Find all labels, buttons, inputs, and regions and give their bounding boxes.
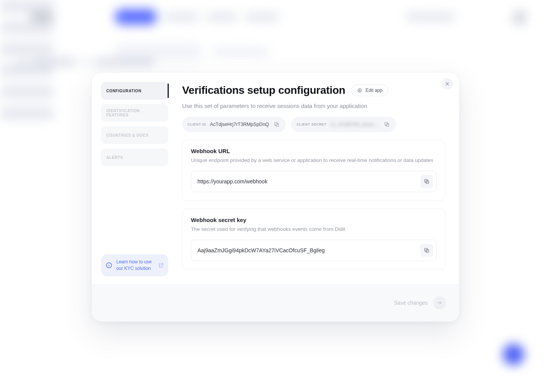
settings-ring-icon bbox=[357, 88, 362, 93]
copy-icon bbox=[424, 247, 430, 253]
page-subtitle: Use this set of parameters to receive se… bbox=[182, 103, 445, 109]
webhook-url-desc: Unique endpoint provided by a web servic… bbox=[191, 157, 437, 163]
copy-icon bbox=[424, 178, 430, 185]
copy-icon bbox=[384, 121, 390, 127]
sidebar-item-configuration[interactable]: CONFIGURATION bbox=[101, 82, 168, 100]
copy-icon bbox=[274, 121, 280, 127]
webhook-url-field[interactable]: https://yourapp.com/webhook bbox=[191, 171, 437, 192]
webhook-secret-field[interactable]: Aaj9aaZmJGgi94pkDcW7AYa27iVCacOfcuSF_Bgi… bbox=[191, 240, 437, 261]
edit-app-label: Edit app bbox=[365, 88, 382, 93]
close-button[interactable] bbox=[442, 78, 453, 90]
client-id-chip: CLIENT ID AcTdjseHrj7rT3RMpSpDnQ bbox=[182, 117, 286, 132]
copy-client-id-button[interactable] bbox=[273, 121, 280, 128]
edit-app-button[interactable]: Edit app bbox=[351, 85, 388, 96]
sidebar-item-label: CONFIGURATION bbox=[106, 89, 142, 93]
save-changes-button[interactable]: Save changes bbox=[394, 300, 428, 306]
close-icon bbox=[445, 81, 450, 87]
info-icon bbox=[106, 262, 112, 269]
modal-footer: Save changes bbox=[92, 284, 459, 322]
client-id-value: AcTdjseHrj7rT3RMpSpDnQ bbox=[210, 122, 269, 127]
external-link-icon bbox=[158, 263, 164, 268]
client-secret-label: CLIENT SECRET bbox=[297, 122, 327, 126]
svg-point-6 bbox=[359, 90, 360, 91]
client-id-label: CLIENT ID bbox=[187, 122, 206, 126]
learn-kyc-text: Learn how to use our KYC solution bbox=[116, 259, 155, 272]
copy-webhook-secret-button[interactable] bbox=[420, 244, 433, 257]
sidebar-item-label: ALERTS bbox=[106, 155, 123, 160]
client-secret-value: s1_trK3l87iW_wcysc… bbox=[331, 122, 380, 127]
svg-point-2 bbox=[109, 264, 109, 265]
webhook-url-title: Webhook URL bbox=[191, 148, 437, 154]
sidebar-item-label: IDENTIFICATION FEATURES bbox=[106, 109, 163, 117]
sidebar-item-alerts[interactable]: ALERTS bbox=[101, 149, 168, 166]
sidebar-item-label: COUNTRIES & DOCS bbox=[106, 133, 148, 137]
client-secret-chip: CLIENT SECRET s1_trK3l87iW_wcysc… bbox=[291, 117, 396, 132]
webhook-secret-title: Webhook secret key bbox=[191, 217, 437, 223]
webhook-url-panel: Webhook URL Unique endpoint provided by … bbox=[182, 140, 445, 201]
arrow-right-icon bbox=[437, 300, 442, 305]
webhook-url-value: https://yourapp.com/webhook bbox=[197, 178, 416, 185]
webhook-secret-panel: Webhook secret key The secret used for v… bbox=[182, 209, 445, 270]
webhook-secret-value: Aaj9aaZmJGgi94pkDcW7AYa27iVCacOfcuSF_Bgi… bbox=[197, 247, 416, 253]
save-arrow-button[interactable] bbox=[433, 296, 446, 309]
webhook-secret-desc: The secret used for verifying that webho… bbox=[191, 226, 437, 232]
learn-kyc-card[interactable]: Learn how to use our KYC solution bbox=[101, 254, 168, 276]
copy-webhook-url-button[interactable] bbox=[420, 175, 433, 188]
sidebar-item-countries-docs[interactable]: COUNTRIES & DOCS bbox=[101, 126, 168, 144]
svg-point-5 bbox=[358, 88, 362, 92]
settings-modal: CONFIGURATION IDENTIFICATION FEATURES CO… bbox=[92, 73, 459, 322]
sidebar-item-identification-features[interactable]: IDENTIFICATION FEATURES bbox=[101, 104, 168, 122]
copy-client-secret-button[interactable] bbox=[383, 121, 391, 128]
page-title: Verifications setup configuration bbox=[182, 84, 345, 96]
